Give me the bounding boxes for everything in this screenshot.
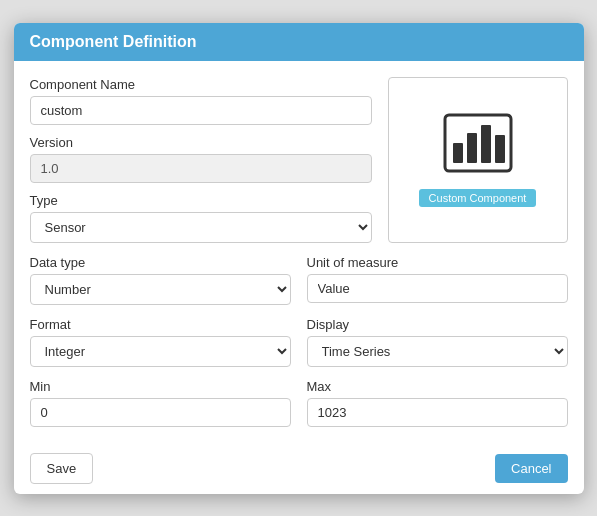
unit-of-measure-label: Unit of measure [307, 255, 568, 270]
data-type-label: Data type [30, 255, 291, 270]
version-label: Version [30, 135, 372, 150]
middle-section: Data type Number String Boolean Unit of … [30, 255, 568, 305]
component-definition-dialog: Component Definition Component Name Vers… [14, 23, 584, 494]
unit-of-measure-group: Unit of measure [307, 255, 568, 305]
data-type-select[interactable]: Number String Boolean [30, 274, 291, 305]
svg-rect-3 [481, 125, 491, 163]
dialog-body: Component Name Version Type Sensor Actua… [14, 61, 584, 443]
component-name-label: Component Name [30, 77, 372, 92]
type-select[interactable]: Sensor Actuator Controller [30, 212, 372, 243]
svg-rect-2 [467, 133, 477, 163]
type-group: Type Sensor Actuator Controller [30, 193, 372, 243]
component-badge: Custom Component [419, 189, 537, 207]
display-group: Display Time Series Gauge Text [307, 317, 568, 367]
version-group: Version [30, 135, 372, 183]
dialog-header: Component Definition [14, 23, 584, 61]
type-label: Type [30, 193, 372, 208]
min-input[interactable] [30, 398, 291, 427]
min-group: Min [30, 379, 291, 427]
cancel-button[interactable]: Cancel [495, 454, 567, 483]
svg-rect-4 [495, 135, 505, 163]
version-input[interactable] [30, 154, 372, 183]
format-select[interactable]: Integer Float String [30, 336, 291, 367]
save-button[interactable]: Save [30, 453, 94, 484]
svg-rect-1 [453, 143, 463, 163]
format-display-section: Format Integer Float String Display Time… [30, 317, 568, 367]
component-name-group: Component Name [30, 77, 372, 125]
component-icon [443, 113, 513, 177]
dialog-footer: Save Cancel [14, 443, 584, 494]
format-group: Format Integer Float String [30, 317, 291, 367]
max-input[interactable] [307, 398, 568, 427]
data-type-group: Data type Number String Boolean [30, 255, 291, 305]
top-section: Component Name Version Type Sensor Actua… [30, 77, 568, 243]
format-label: Format [30, 317, 291, 332]
min-label: Min [30, 379, 291, 394]
dialog-title: Component Definition [30, 33, 197, 50]
max-group: Max [307, 379, 568, 427]
left-column: Component Name Version Type Sensor Actua… [30, 77, 372, 243]
unit-of-measure-input[interactable] [307, 274, 568, 303]
min-max-section: Min Max [30, 379, 568, 427]
display-select[interactable]: Time Series Gauge Text [307, 336, 568, 367]
component-name-input[interactable] [30, 96, 372, 125]
max-label: Max [307, 379, 568, 394]
component-preview-panel: Custom Component [388, 77, 568, 243]
display-label: Display [307, 317, 568, 332]
